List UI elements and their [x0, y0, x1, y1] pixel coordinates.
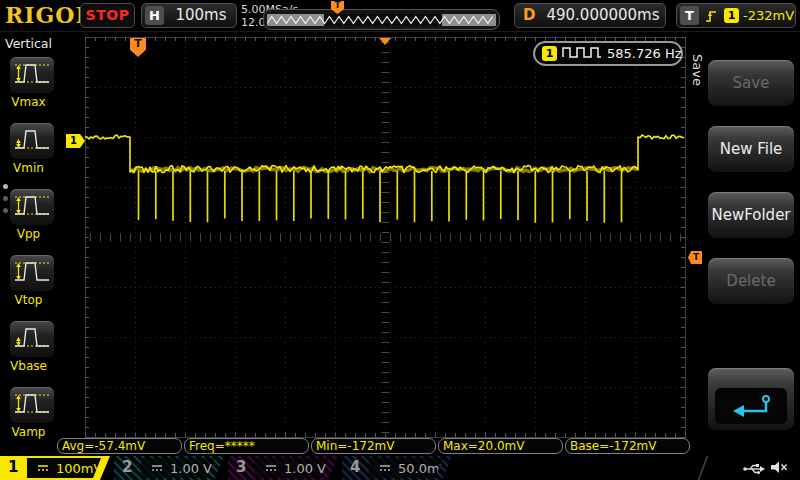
channel1-offset-marker[interactable]: 1 — [66, 134, 85, 148]
h-label: H — [145, 6, 164, 25]
measurement-avg: Avg=-57.4mV — [57, 438, 182, 454]
vmin-label: Vmin — [0, 161, 57, 175]
channel3-number: 3 — [236, 458, 246, 476]
vmax-button[interactable] — [10, 57, 54, 93]
coupling-icon — [150, 463, 164, 473]
frequency-counter-overlay: 1 585.726 Hz — [533, 41, 683, 66]
coupling-icon — [264, 463, 278, 473]
channel1-tab[interactable]: 1 100mV — [0, 456, 110, 480]
save-button[interactable]: Save — [708, 60, 794, 106]
channel2-scale: 1.00 V — [170, 461, 212, 476]
menu-page-dot — [3, 196, 8, 201]
coupling-icon — [36, 463, 50, 473]
trigger-level-value: -232mV — [743, 4, 794, 27]
vamp-label: Vamp — [0, 425, 57, 439]
delete-button[interactable]: Delete — [708, 258, 794, 304]
horizontal-timebase-box[interactable]: H 100ms — [141, 3, 237, 28]
channel4-number: 4 — [350, 458, 360, 476]
delay-indicator: D 490.000000ms — [514, 3, 666, 28]
menu-tab-title: Save — [690, 54, 705, 86]
trigger-time-marker[interactable]: T — [130, 38, 146, 57]
vtop-button[interactable] — [10, 255, 54, 291]
channel2-tab[interactable]: 2 1.00 V — [114, 456, 224, 480]
coupling-icon — [378, 463, 392, 473]
timebase-value: 100ms — [168, 4, 234, 27]
memory-preview-strip — [267, 14, 496, 26]
d-label: D — [523, 4, 535, 27]
scope-graticule-and-waveform — [0, 0, 800, 480]
preview-waveform-icon — [267, 14, 496, 26]
trigger-info-box: T 1 -232mV — [676, 3, 796, 28]
vpp-label: Vpp — [0, 227, 57, 241]
rigol-logo: RIGOL — [5, 2, 92, 28]
new-folder-button[interactable]: NewFolder — [708, 192, 794, 238]
new-file-button[interactable]: New File — [708, 126, 794, 172]
menu-page-dot — [3, 184, 8, 189]
vbase-button[interactable] — [10, 321, 54, 357]
top-status-bar: RIGOL STOP H 100ms 5.00MSa/s 12.0M pts T… — [0, 0, 800, 32]
vbase-icon — [12, 321, 52, 357]
vpp-button[interactable] — [10, 189, 54, 225]
vmax-label: Vmax — [0, 95, 57, 109]
measurement-min: Min=-172mV — [311, 438, 436, 454]
window-center-marker — [379, 38, 391, 45]
frequency-value: 585.726 Hz — [607, 46, 682, 61]
menu-back-button[interactable] — [708, 368, 794, 430]
return-arrow-icon — [715, 388, 787, 424]
channel4-tab[interactable]: 4 50.0mV — [342, 456, 452, 480]
measurement-base: Base=-172mV — [565, 438, 690, 454]
counter-channel-badge: 1 — [542, 46, 557, 61]
trigger-source-channel: 1 — [724, 8, 739, 23]
rising-edge-icon — [704, 8, 718, 28]
square-wave-icon — [562, 44, 602, 63]
left-menu-title: Vertical — [0, 36, 57, 51]
vamp-button[interactable] — [10, 387, 54, 423]
trigger-level-marker[interactable]: T — [688, 251, 702, 264]
vtop-label: Vtop — [0, 293, 57, 307]
vamp-icon — [12, 387, 52, 423]
channel1-number: 1 — [8, 458, 18, 476]
vmax-icon — [12, 57, 52, 93]
delay-value: 490.000000ms — [543, 4, 663, 27]
channel3-scale: 1.00 V — [284, 461, 326, 476]
vmin-icon — [12, 123, 52, 159]
left-measure-menu: Vertical Vmax Vmin Vpp Vtop Vbase Vamp — [0, 32, 57, 445]
channel3-tab[interactable]: 3 1.00 V — [228, 456, 338, 480]
measurement-max: Max=20.0mV — [438, 438, 563, 454]
vmin-button[interactable] — [10, 123, 54, 159]
usb-icon — [742, 461, 766, 480]
channel-status-bar: 1 100mV 2 1.00 V 3 1.00 V 4 50.0mV — [0, 455, 800, 480]
channel2-number: 2 — [122, 458, 132, 476]
vtop-icon — [12, 255, 52, 291]
t-label: T — [680, 6, 699, 25]
vpp-icon — [12, 189, 52, 225]
channel4-scale: 50.0mV — [398, 461, 449, 476]
divider — [698, 456, 709, 480]
speaker-muted-icon — [769, 460, 788, 479]
vbase-label: Vbase — [0, 359, 57, 373]
run-state-indicator: STOP — [80, 3, 135, 28]
memory-preview-bar[interactable] — [263, 9, 500, 30]
channel1-scale: 100mV — [56, 461, 102, 476]
menu-page-dot — [3, 208, 8, 213]
oscilloscope-screen: RIGOL STOP H 100ms 5.00MSa/s 12.0M pts T… — [0, 0, 800, 480]
measurement-freq: Freq=***** — [184, 438, 309, 454]
